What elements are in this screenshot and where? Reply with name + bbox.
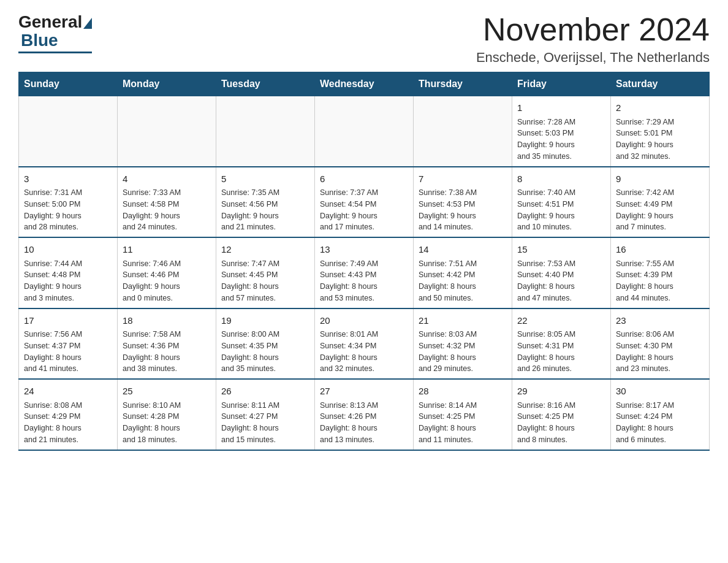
day-number: 27 (320, 385, 408, 399)
day-info: Sunrise: 7:42 AMSunset: 4:49 PMDaylight:… (616, 187, 704, 233)
day-number: 14 (419, 243, 507, 257)
day-info: Sunrise: 7:29 AMSunset: 5:01 PMDaylight:… (616, 117, 704, 163)
calendar-cell: 15Sunrise: 7:53 AMSunset: 4:40 PMDayligh… (512, 237, 611, 308)
weekday-header-sunday: Sunday (19, 72, 118, 96)
calendar-cell: 7Sunrise: 7:38 AMSunset: 4:53 PMDaylight… (414, 167, 512, 238)
day-info: Sunrise: 7:31 AMSunset: 5:00 PMDaylight:… (24, 187, 112, 233)
day-number: 18 (123, 314, 211, 328)
calendar-cell: 13Sunrise: 7:49 AMSunset: 4:43 PMDayligh… (315, 237, 414, 308)
weekday-header-tuesday: Tuesday (216, 72, 315, 96)
logo: General Blue (18, 12, 92, 53)
calendar-cell: 20Sunrise: 8:01 AMSunset: 4:34 PMDayligh… (315, 308, 414, 380)
calendar-table: SundayMondayTuesdayWednesdayThursdayFrid… (18, 72, 710, 451)
day-number: 7 (419, 172, 507, 186)
calendar-cell: 1Sunrise: 7:28 AMSunset: 5:03 PMDaylight… (512, 96, 611, 167)
calendar-cell: 30Sunrise: 8:17 AMSunset: 4:24 PMDayligh… (611, 379, 710, 450)
day-number: 22 (517, 314, 605, 328)
day-info: Sunrise: 8:14 AMSunset: 4:25 PMDaylight:… (419, 400, 507, 446)
title-section: November 2024 Enschede, Overijssel, The … (476, 12, 710, 66)
calendar-cell: 5Sunrise: 7:35 AMSunset: 4:56 PMDaylight… (216, 167, 315, 238)
day-info: Sunrise: 8:01 AMSunset: 4:34 PMDaylight:… (320, 329, 408, 375)
day-info: Sunrise: 7:51 AMSunset: 4:42 PMDaylight:… (419, 258, 507, 304)
day-info: Sunrise: 7:44 AMSunset: 4:48 PMDaylight:… (24, 258, 112, 304)
calendar-cell (19, 96, 118, 167)
day-number: 2 (616, 101, 704, 115)
calendar-cell: 25Sunrise: 8:10 AMSunset: 4:28 PMDayligh… (118, 379, 216, 450)
day-number: 6 (320, 172, 408, 186)
day-info: Sunrise: 7:56 AMSunset: 4:37 PMDaylight:… (24, 329, 112, 375)
calendar-cell: 26Sunrise: 8:11 AMSunset: 4:27 PMDayligh… (216, 379, 315, 450)
calendar-cell: 14Sunrise: 7:51 AMSunset: 4:42 PMDayligh… (414, 237, 512, 308)
calendar-cell: 4Sunrise: 7:33 AMSunset: 4:58 PMDaylight… (118, 167, 216, 238)
day-info: Sunrise: 7:49 AMSunset: 4:43 PMDaylight:… (320, 258, 408, 304)
day-info: Sunrise: 8:17 AMSunset: 4:24 PMDaylight:… (616, 400, 704, 446)
day-info: Sunrise: 8:00 AMSunset: 4:35 PMDaylight:… (221, 329, 309, 375)
logo-general-text: General (18, 12, 82, 32)
day-info: Sunrise: 7:37 AMSunset: 4:54 PMDaylight:… (320, 187, 408, 233)
calendar-cell: 19Sunrise: 8:00 AMSunset: 4:35 PMDayligh… (216, 308, 315, 380)
day-number: 9 (616, 172, 704, 186)
day-number: 30 (616, 385, 704, 399)
day-number: 23 (616, 314, 704, 328)
calendar-cell: 16Sunrise: 7:55 AMSunset: 4:39 PMDayligh… (611, 237, 710, 308)
weekday-header-saturday: Saturday (611, 72, 710, 96)
weekday-header-monday: Monday (118, 72, 216, 96)
day-number: 24 (24, 385, 112, 399)
day-number: 16 (616, 243, 704, 257)
day-info: Sunrise: 7:53 AMSunset: 4:40 PMDaylight:… (517, 258, 605, 304)
calendar-cell: 22Sunrise: 8:05 AMSunset: 4:31 PMDayligh… (512, 308, 611, 380)
calendar-cell: 18Sunrise: 7:58 AMSunset: 4:36 PMDayligh… (118, 308, 216, 380)
calendar-cell: 12Sunrise: 7:47 AMSunset: 4:45 PMDayligh… (216, 237, 315, 308)
calendar-cell: 29Sunrise: 8:16 AMSunset: 4:25 PMDayligh… (512, 379, 611, 450)
day-info: Sunrise: 8:05 AMSunset: 4:31 PMDaylight:… (517, 329, 605, 375)
weekday-header-wednesday: Wednesday (315, 72, 414, 96)
weekday-header-row: SundayMondayTuesdayWednesdayThursdayFrid… (19, 72, 710, 96)
week-row-5: 24Sunrise: 8:08 AMSunset: 4:29 PMDayligh… (19, 379, 710, 450)
day-info: Sunrise: 8:08 AMSunset: 4:29 PMDaylight:… (24, 400, 112, 446)
day-info: Sunrise: 8:13 AMSunset: 4:26 PMDaylight:… (320, 400, 408, 446)
calendar-cell: 21Sunrise: 8:03 AMSunset: 4:32 PMDayligh… (414, 308, 512, 380)
day-info: Sunrise: 8:11 AMSunset: 4:27 PMDaylight:… (221, 400, 309, 446)
logo-triangle-icon (83, 18, 92, 29)
day-number: 4 (123, 172, 211, 186)
day-number: 8 (517, 172, 605, 186)
weekday-header-friday: Friday (512, 72, 611, 96)
day-info: Sunrise: 7:46 AMSunset: 4:46 PMDaylight:… (123, 258, 211, 304)
calendar-cell: 27Sunrise: 8:13 AMSunset: 4:26 PMDayligh… (315, 379, 414, 450)
calendar-cell (216, 96, 315, 167)
day-number: 19 (221, 314, 309, 328)
calendar-cell: 10Sunrise: 7:44 AMSunset: 4:48 PMDayligh… (19, 237, 118, 308)
day-number: 20 (320, 314, 408, 328)
calendar-cell: 28Sunrise: 8:14 AMSunset: 4:25 PMDayligh… (414, 379, 512, 450)
calendar-cell (414, 96, 512, 167)
day-number: 26 (221, 385, 309, 399)
header: General Blue November 2024 Enschede, Ove… (18, 12, 710, 66)
logo-underline (18, 52, 92, 53)
day-number: 15 (517, 243, 605, 257)
day-info: Sunrise: 7:58 AMSunset: 4:36 PMDaylight:… (123, 329, 211, 375)
day-info: Sunrise: 7:35 AMSunset: 4:56 PMDaylight:… (221, 187, 309, 233)
location-subtitle: Enschede, Overijssel, The Netherlands (476, 50, 710, 66)
calendar-cell: 11Sunrise: 7:46 AMSunset: 4:46 PMDayligh… (118, 237, 216, 308)
calendar-cell: 24Sunrise: 8:08 AMSunset: 4:29 PMDayligh… (19, 379, 118, 450)
day-number: 10 (24, 243, 112, 257)
week-row-2: 3Sunrise: 7:31 AMSunset: 5:00 PMDaylight… (19, 167, 710, 238)
day-number: 3 (24, 172, 112, 186)
calendar-cell: 6Sunrise: 7:37 AMSunset: 4:54 PMDaylight… (315, 167, 414, 238)
day-info: Sunrise: 7:40 AMSunset: 4:51 PMDaylight:… (517, 187, 605, 233)
day-info: Sunrise: 7:47 AMSunset: 4:45 PMDaylight:… (221, 258, 309, 304)
day-number: 28 (419, 385, 507, 399)
day-info: Sunrise: 7:28 AMSunset: 5:03 PMDaylight:… (517, 117, 605, 163)
day-number: 11 (123, 243, 211, 257)
day-number: 25 (123, 385, 211, 399)
calendar-cell: 23Sunrise: 8:06 AMSunset: 4:30 PMDayligh… (611, 308, 710, 380)
day-info: Sunrise: 7:55 AMSunset: 4:39 PMDaylight:… (616, 258, 704, 304)
day-info: Sunrise: 8:03 AMSunset: 4:32 PMDaylight:… (419, 329, 507, 375)
month-title: November 2024 (476, 12, 710, 47)
day-info: Sunrise: 8:16 AMSunset: 4:25 PMDaylight:… (517, 400, 605, 446)
day-number: 21 (419, 314, 507, 328)
day-info: Sunrise: 7:33 AMSunset: 4:58 PMDaylight:… (123, 187, 211, 233)
calendar-cell: 2Sunrise: 7:29 AMSunset: 5:01 PMDaylight… (611, 96, 710, 167)
calendar-cell (315, 96, 414, 167)
day-number: 29 (517, 385, 605, 399)
